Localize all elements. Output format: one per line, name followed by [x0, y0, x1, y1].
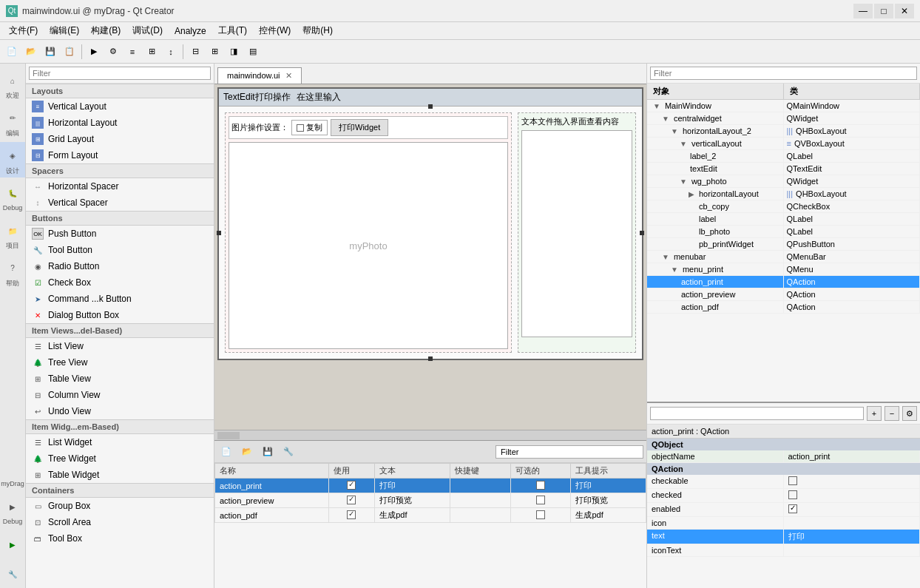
widget-tool-button[interactable]: 🔧 Tool Button — [26, 242, 214, 258]
minimize-button[interactable]: — — [853, 4, 873, 18]
props-row-enabled[interactable]: enabled ✓ — [647, 503, 920, 517]
widget-table-view[interactable]: ⊞ Table View — [26, 371, 214, 387]
widget-group-box[interactable]: ▭ Group Box — [26, 498, 214, 514]
menu-edit[interactable]: 编辑(E) — [44, 23, 85, 38]
widget-column-view[interactable]: ⊟ Column View — [26, 387, 214, 403]
props-settings-button[interactable]: ⚙ — [902, 406, 917, 421]
props-add-button[interactable]: + — [867, 406, 882, 421]
tree-row-menubar[interactable]: ▼ menubar QMenuBar — [647, 251, 920, 263]
toolbar-new[interactable]: 📄 — [3, 43, 21, 61]
props-row-icontext[interactable]: iconText — [647, 544, 920, 557]
tree-row-wgphoto[interactable]: ▼ wg_photo QWidget — [647, 175, 920, 188]
action-row-print[interactable]: action_print 打印 打印 — [215, 479, 646, 493]
menu-file[interactable]: 文件(F) — [3, 23, 44, 38]
canvas-scroll-horizontal[interactable] — [214, 430, 646, 440]
tree-row-menuprint[interactable]: ▼ menu_print QMenu — [647, 263, 920, 276]
widget-push-button[interactable]: OK Push Button — [26, 226, 214, 242]
toolbar-saveas[interactable]: 📋 — [61, 43, 78, 61]
menu-help[interactable]: 帮助(H) — [297, 23, 339, 38]
toolbar-save[interactable]: 💾 — [41, 43, 59, 61]
widget-form-layout[interactable]: ⊟ Form Layout — [26, 147, 214, 163]
tree-row-mainwindow[interactable]: ▼ MainWindow QMainWindow — [647, 100, 920, 112]
tree-row-lbphoto[interactable]: lb_photo QLabel — [647, 226, 920, 238]
widget-tool-box[interactable]: 🗃 Tool Box — [26, 530, 214, 547]
toolbar-btn2[interactable]: ⚙ — [104, 43, 122, 61]
panel-myDrag[interactable]: myDrag — [0, 477, 26, 491]
props-row-checked[interactable]: checked — [647, 489, 920, 503]
widget-horizontal-layout[interactable]: ||| Horizontal Layout — [26, 115, 214, 131]
action-row-pdf[interactable]: action_pdf 生成pdf 生成pdf — [215, 508, 646, 523]
copy-checkbox[interactable] — [297, 124, 304, 132]
props-row-checkable[interactable]: checkable — [647, 475, 920, 489]
props-row-objectname[interactable]: objectName action_print — [647, 450, 920, 463]
panel-bottom[interactable]: ▶ — [0, 530, 25, 558]
widget-tree-view[interactable]: 🌲 Tree View — [26, 354, 214, 371]
tree-row-actionpdf[interactable]: action_pdf QAction — [647, 301, 920, 314]
close-button[interactable]: ✕ — [895, 4, 914, 18]
props-row-icon[interactable]: icon — [647, 517, 920, 530]
toolbar-btn9[interactable]: ▤ — [244, 43, 262, 61]
toolbar-btn7[interactable]: ⊞ — [206, 43, 223, 61]
tab-mainwindow-ui[interactable]: mainwindow.ui ✕ — [217, 67, 302, 84]
maximize-button[interactable]: □ — [874, 4, 893, 18]
panel-welcome[interactable]: ⌂ 欢迎 — [0, 67, 25, 103]
menu-build[interactable]: 构建(B) — [85, 23, 126, 38]
props-filter-input[interactable] — [650, 407, 864, 420]
tree-row-actionprint[interactable]: action_print QAction — [647, 276, 920, 288]
object-filter-input[interactable] — [650, 67, 917, 80]
widget-search-input[interactable] — [29, 67, 211, 80]
toolbar-btn6[interactable]: ⊟ — [186, 43, 204, 61]
open-action-button[interactable]: 📂 — [238, 443, 256, 461]
toolbar-btn5[interactable]: ↕ — [162, 43, 180, 61]
toolbar-btn3[interactable]: ≡ — [124, 43, 141, 61]
widget-vertical-spacer[interactable]: ↕ Vertical Spacer — [26, 195, 214, 211]
panel-design[interactable]: ◈ 设计 — [0, 142, 25, 178]
panel-debug2[interactable]: ▶ Debug — [0, 493, 25, 529]
props-row-text[interactable]: text 打印 — [647, 530, 920, 544]
widget-scroll-area[interactable]: ⊡ Scroll Area — [26, 514, 214, 530]
widget-dialog-button-box[interactable]: ✕ Dialog Button Box — [26, 307, 214, 323]
widget-check-box[interactable]: ☑ Check Box — [26, 274, 214, 291]
text-area-content[interactable] — [521, 130, 632, 337]
tree-row-actionpreview[interactable]: action_preview QAction — [647, 288, 920, 301]
tree-row-centralwidget[interactable]: ▼ centralwidget QWidget — [647, 112, 920, 125]
toolbar-open[interactable]: 📂 — [22, 43, 40, 61]
widget-tree-widget[interactable]: 🌲 Tree Widget — [26, 450, 214, 467]
widget-command-button[interactable]: ➤ Command ...k Button — [26, 291, 214, 307]
toolbar-btn8[interactable]: ◨ — [225, 43, 243, 61]
panel-tool[interactable]: 🔧 — [0, 560, 25, 588]
panel-edit[interactable]: ✏ 编辑 — [0, 104, 25, 141]
widget-grid-layout[interactable]: ⊞ Grid Layout — [26, 131, 214, 147]
tree-row-textedit[interactable]: textEdit QTextEdit — [647, 163, 920, 175]
toolbar-btn4[interactable]: ⊞ — [143, 43, 160, 61]
tree-row-cbcopy[interactable]: cb_copy QCheckBox — [647, 200, 920, 213]
tree-row-vl[interactable]: ▼ verticalLayout ≡QVBoxLayout — [647, 138, 920, 150]
widget-horizontal-spacer[interactable]: ↔ Horizontal Spacer — [26, 178, 214, 195]
widget-radio-button[interactable]: ◉ Radio Button — [26, 258, 214, 274]
widget-list-widget[interactable]: ☰ List Widget — [26, 434, 214, 450]
tree-row-hl2[interactable]: ▼ horizontalLayout_2 |||QHBoxLayout — [647, 125, 920, 138]
print-widget-button[interactable]: 打印Widget — [331, 119, 388, 136]
menu-debug[interactable]: 调试(D) — [126, 23, 169, 38]
widget-table-widget[interactable]: ⊞ Table Widget — [26, 467, 214, 483]
action-row-preview[interactable]: action_preview 打印预览 打印预览 — [215, 493, 646, 508]
tree-row-label[interactable]: label QLabel — [647, 213, 920, 226]
tree-row-pbprint[interactable]: pb_printWidget QPushButton — [647, 238, 920, 251]
menu-analyze[interactable]: Analyze — [169, 24, 212, 38]
save-action-button[interactable]: 💾 — [259, 443, 277, 461]
widget-undo-view[interactable]: ↩ Undo View — [26, 403, 214, 419]
panel-debug[interactable]: 🐛 Debug — [0, 179, 25, 215]
panel-projects[interactable]: 📁 项目 — [0, 217, 25, 253]
panel-help[interactable]: ? 帮助 — [0, 254, 25, 291]
props-remove-button[interactable]: − — [885, 406, 899, 421]
checkbox-control[interactable]: 复制 — [291, 120, 328, 135]
tree-row-label2[interactable]: label_2 QLabel — [647, 150, 920, 163]
tool-action-button[interactable]: 🔧 — [280, 443, 297, 461]
add-action-button[interactable]: 📄 — [217, 443, 235, 461]
action-filter-input[interactable]: Filter — [495, 445, 643, 459]
widget-vertical-layout[interactable]: ≡ Vertical Layout — [26, 98, 214, 115]
toolbar-btn1[interactable]: ▶ — [85, 43, 103, 61]
menu-widgets[interactable]: 控件(W) — [253, 23, 297, 38]
tree-row-hl[interactable]: ▶ horizontalLayout |||QHBoxLayout — [647, 188, 920, 200]
widget-list-view[interactable]: ☰ List View — [26, 338, 214, 354]
